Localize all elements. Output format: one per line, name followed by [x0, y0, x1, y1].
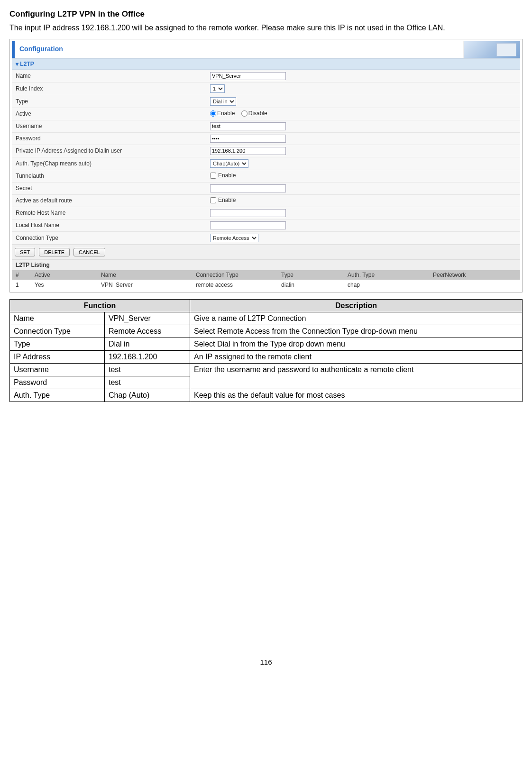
- config-title: Configuration: [15, 41, 463, 58]
- th-active: Active: [31, 270, 97, 280]
- row-name: Name: [12, 70, 520, 82]
- username-label: Username: [12, 120, 206, 132]
- description-table: Function Description Name VPN_Server Giv…: [9, 299, 523, 402]
- cell-name: VPN_Server: [97, 280, 192, 290]
- tunnelauth-enable-text: Enable: [218, 172, 236, 179]
- listing-title: L2TP Listing: [12, 260, 520, 270]
- tunnelauth-label: Tunnelauth: [12, 170, 206, 182]
- row-connection-type: Connection Type Remote Access: [12, 231, 520, 244]
- connection-type-label: Connection Type: [12, 231, 206, 244]
- remote-host-label: Remote Host Name: [12, 207, 206, 219]
- default-route-checkbox[interactable]: [210, 197, 216, 203]
- row-active: Active Enable Disable: [12, 108, 520, 120]
- desc-auth-f: Auth. Type: [10, 389, 105, 402]
- cell-auth-type: chap: [344, 280, 429, 290]
- row-remote-host: Remote Host Name: [12, 207, 520, 219]
- auth-type-select[interactable]: Chap(Auto): [210, 159, 248, 168]
- config-header: Configuration: [12, 41, 520, 58]
- row-password: Password: [12, 132, 520, 145]
- th-function: Function: [10, 299, 190, 312]
- desc-row-ip: IP Address 192.168.1.200 An IP assigned …: [10, 350, 523, 363]
- desc-auth-d: Keep this as the default value for most …: [190, 389, 523, 402]
- desc-pass-f: Password: [10, 376, 105, 389]
- th-description: Description: [190, 299, 523, 312]
- l2tp-section-header: ▾ L2TP: [12, 58, 520, 70]
- rule-index-label: Rule Index: [12, 82, 206, 95]
- desc-auth-v: Chap (Auto): [105, 389, 190, 402]
- desc-row-type: Type Dial in Select Dial in from the Typ…: [10, 338, 523, 350]
- password-input[interactable]: [210, 135, 286, 143]
- type-select[interactable]: Dial in: [210, 97, 236, 106]
- row-private-ip: Private IP Address Assigned to Dialin us…: [12, 145, 520, 157]
- th-conn-type: Connection Type: [192, 270, 277, 280]
- listing-header-row: # Active Name Connection Type Type Auth.…: [12, 270, 520, 280]
- button-row: SET DELETE CANCEL: [12, 245, 520, 260]
- th-type: Type: [277, 270, 344, 280]
- auth-type-label: Auth. Type(Chap means auto): [12, 157, 206, 170]
- desc-conn-f: Connection Type: [10, 325, 105, 338]
- password-label: Password: [12, 132, 206, 145]
- local-host-label: Local Host Name: [12, 219, 206, 231]
- name-label: Name: [12, 70, 206, 82]
- section-label: L2TP: [20, 61, 34, 67]
- active-enable-radio[interactable]: [210, 110, 216, 117]
- th-name: Name: [97, 270, 192, 280]
- desc-type-v: Dial in: [105, 338, 190, 350]
- row-username: Username: [12, 120, 520, 132]
- header-decor-image: [463, 41, 520, 58]
- page-number: 116: [9, 658, 523, 666]
- connection-type-select[interactable]: Remote Access: [210, 234, 258, 242]
- disable-text: Disable: [248, 110, 267, 117]
- set-button[interactable]: SET: [15, 248, 35, 256]
- rule-index-select[interactable]: 1: [210, 84, 225, 93]
- local-host-input[interactable]: [210, 221, 286, 229]
- desc-conn-d: Select Remote Access from the Connection…: [190, 325, 523, 338]
- desc-row-name: Name VPN_Server Give a name of L2TP Conn…: [10, 312, 523, 325]
- row-secret: Secret: [12, 182, 520, 194]
- cell-num: 1: [12, 280, 31, 290]
- cell-peer: [429, 280, 520, 290]
- desc-ip-d: An IP assigned to the remote client: [190, 350, 523, 363]
- secret-label: Secret: [12, 182, 206, 194]
- collapse-triangle-icon[interactable]: ▾: [16, 61, 18, 67]
- desc-type-f: Type: [10, 338, 105, 350]
- row-auth-type: Auth. Type(Chap means auto) Chap(Auto): [12, 157, 520, 170]
- desc-name-v: VPN_Server: [105, 312, 190, 325]
- tunnelauth-checkbox[interactable]: [210, 173, 216, 179]
- desc-ip-v: 192.168.1.200: [105, 350, 190, 363]
- desc-name-d: Give a name of L2TP Connection: [190, 312, 523, 325]
- secret-input[interactable]: [210, 184, 286, 192]
- desc-row-auth: Auth. Type Chap (Auto) Keep this as the …: [10, 389, 523, 402]
- cancel-button[interactable]: CANCEL: [73, 248, 105, 256]
- username-input[interactable]: [210, 122, 286, 130]
- name-input[interactable]: [210, 72, 286, 80]
- config-screenshot: Configuration ▾ L2TP Name Rule Index 1 T…: [9, 39, 523, 292]
- row-local-host: Local Host Name: [12, 219, 520, 231]
- th-num: #: [12, 270, 31, 280]
- desc-ip-f: IP Address: [10, 350, 105, 363]
- desc-name-f: Name: [10, 312, 105, 325]
- delete-button[interactable]: DELETE: [39, 248, 70, 256]
- config-form-table: Name Rule Index 1 Type Dial in Active En…: [12, 70, 520, 245]
- listing-table: # Active Name Connection Type Type Auth.…: [12, 270, 520, 290]
- row-type: Type Dial in: [12, 95, 520, 108]
- type-label: Type: [12, 95, 206, 108]
- cell-conn-type: remote access: [192, 280, 277, 290]
- remote-host-input[interactable]: [210, 209, 286, 217]
- active-disable-radio[interactable]: [241, 110, 248, 117]
- desc-user-v: test: [105, 363, 190, 376]
- cell-active: Yes: [31, 280, 97, 290]
- row-tunnelauth: Tunnelauth Enable: [12, 170, 520, 182]
- th-peer: PeerNetwork: [429, 270, 520, 280]
- desc-type-d: Select Dial in from the Type drop down m…: [190, 338, 523, 350]
- private-ip-input[interactable]: [210, 147, 286, 155]
- desc-user-f: Username: [10, 363, 105, 376]
- listing-row-1[interactable]: 1 Yes VPN_Server remote access dialin ch…: [12, 280, 520, 290]
- desc-pass-v: test: [105, 376, 190, 389]
- row-default-route: Active as default route Enable: [12, 194, 520, 207]
- th-auth-type: Auth. Type: [344, 270, 429, 280]
- active-label: Active: [12, 108, 206, 120]
- row-rule-index: Rule Index 1: [12, 82, 520, 95]
- default-route-label: Active as default route: [12, 194, 206, 207]
- desc-conn-v: Remote Access: [105, 325, 190, 338]
